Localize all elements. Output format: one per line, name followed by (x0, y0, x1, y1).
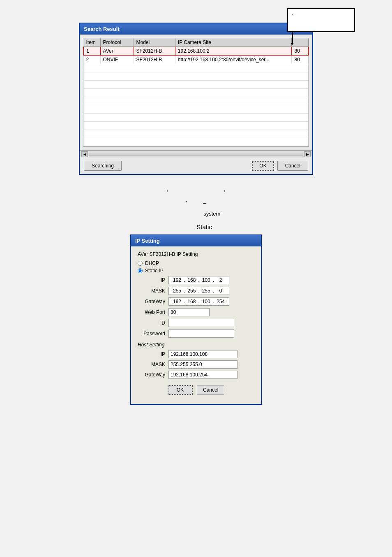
ip-setting-dialog: IP Setting AVer SF2012H-B IP Setting DHC… (130, 234, 262, 405)
col-item: Item (84, 38, 101, 47)
static-ip-radio-group[interactable]: Static IP (138, 268, 254, 274)
col-protocol: Protocol (100, 38, 134, 47)
table-row (84, 97, 309, 105)
row1-item: 1 (84, 47, 101, 56)
static-ip-radio[interactable] (138, 268, 143, 273)
ip-octet-3[interactable] (201, 277, 212, 283)
table-row (84, 130, 309, 138)
table-row (84, 138, 309, 146)
table-row (84, 64, 309, 72)
row1-protocol: AVer (100, 47, 134, 56)
middle-line2: ' – (0, 198, 392, 209)
mask-dot-2: . (198, 288, 199, 294)
table-row (84, 89, 309, 97)
row1-model: SF2012H-B (134, 47, 175, 56)
row2-port: 80 (292, 56, 309, 64)
ip-dot-2: . (198, 277, 199, 283)
row1-port: 80 (292, 47, 309, 56)
mask-octet-group[interactable]: . . . (168, 287, 229, 295)
table-row (84, 72, 309, 81)
scroll-track[interactable] (89, 153, 303, 156)
gateway-octet-group[interactable]: . . . (168, 297, 229, 306)
mask-dot-1: . (184, 288, 185, 294)
table-row (84, 114, 309, 122)
row1-ip: 192.168.100.2 (175, 47, 292, 56)
table-row (84, 122, 309, 130)
gateway-dot-2: . (198, 299, 199, 304)
callout-box: ' (287, 8, 355, 32)
ip-field-row: IP . . . (138, 276, 254, 284)
ip-device-label: AVer SF2012H-B IP Setting (138, 251, 254, 257)
table-row[interactable]: 2 ONVIF SF2012H-B http://192.168.100.2:8… (84, 56, 309, 64)
host-ip-label: IP (138, 351, 168, 357)
ip-dot-3: . (213, 277, 214, 283)
ip-label: IP (138, 277, 168, 283)
ip-setting-area: IP Setting AVer SF2012H-B IP Setting DHC… (0, 234, 392, 405)
ip-dialog-footer: OK Cancel (138, 381, 254, 399)
mask-label: MASK (138, 288, 168, 294)
password-input[interactable] (168, 330, 234, 338)
scroll-right-btn[interactable]: ▶ (304, 151, 311, 157)
middle-line3: system' (33, 209, 392, 219)
dhcp-radio[interactable] (138, 261, 143, 266)
scroll-left-btn[interactable]: ◀ (81, 151, 88, 157)
id-label: ID (138, 320, 168, 326)
ok-cancel-group: OK Cancel (252, 161, 308, 171)
mask-octet-2[interactable] (186, 288, 197, 294)
row2-item: 2 (84, 56, 101, 64)
gateway-octet-4[interactable] (215, 299, 226, 304)
ip-dialog-title: IP Setting (131, 235, 261, 246)
host-section-label: Host Setting (138, 342, 254, 348)
ip-octet-1[interactable] (171, 277, 183, 283)
gateway-octet-2[interactable] (186, 299, 197, 304)
callout-text: ' (288, 9, 354, 23)
gateway-label: GateWay (138, 299, 168, 304)
table-row (84, 105, 309, 114)
id-input[interactable] (168, 319, 234, 327)
host-gateway-row: GateWay (138, 371, 254, 379)
mask-octet-3[interactable] (201, 288, 212, 294)
middle-line1: ' ' (0, 187, 392, 198)
password-field-row: Password (138, 330, 254, 338)
search-result-dialog: Search Result Item Protocol Model IP Cam… (79, 23, 313, 175)
id-field-row: ID (138, 319, 254, 327)
gateway-octet-3[interactable] (201, 299, 212, 304)
webport-input[interactable] (168, 308, 210, 316)
static-label-area: Static (0, 223, 392, 230)
dhcp-label: DHCP (145, 260, 159, 266)
mask-dot-3: . (213, 288, 214, 294)
col-port (292, 38, 309, 47)
cancel-button[interactable]: Cancel (277, 161, 308, 171)
gateway-field-row: GateWay . . . (138, 297, 254, 306)
row2-protocol: ONVIF (100, 56, 134, 64)
horizontal-scrollbar[interactable]: ◀ ▶ (80, 150, 312, 158)
ip-cancel-button[interactable]: Cancel (197, 385, 224, 395)
dhcp-radio-group[interactable]: DHCP (138, 260, 254, 266)
host-mask-input[interactable] (168, 360, 238, 369)
mask-octet-1[interactable] (171, 288, 183, 294)
ip-octet-group[interactable]: . . . (168, 276, 229, 284)
ip-dot-1: . (184, 277, 185, 283)
ip-dialog-body: AVer SF2012H-B IP Setting DHCP Static IP… (131, 246, 261, 404)
gateway-dot-3: . (213, 299, 214, 304)
search-dialog-footer: Searching OK Cancel (80, 158, 312, 174)
webport-label: Web Port (138, 309, 168, 315)
searching-button[interactable]: Searching (84, 161, 122, 171)
col-ip-camera-site: IP Camera Site (175, 38, 292, 47)
search-results-table: Item Protocol Model IP Camera Site 1 AVe… (83, 38, 309, 146)
search-dialog-title: Search Result (80, 23, 312, 35)
table-row[interactable]: 1 AVer SF2012H-B 192.168.100.2 80 (84, 47, 309, 56)
middle-text-area: ' ' ' – system' (0, 187, 392, 219)
host-ip-input[interactable] (168, 350, 238, 358)
row2-ip: http://192.168.100.2:80/onvif/device_ser… (175, 56, 292, 64)
ok-button[interactable]: OK (252, 161, 274, 171)
ip-ok-button[interactable]: OK (168, 385, 193, 395)
mask-octet-4[interactable] (215, 288, 226, 294)
password-label: Password (138, 331, 168, 337)
ip-octet-2[interactable] (186, 277, 197, 283)
gateway-octet-1[interactable] (171, 299, 183, 304)
host-gateway-input[interactable] (168, 371, 238, 379)
table-row (84, 81, 309, 89)
host-ip-row: IP (138, 350, 254, 358)
ip-octet-4[interactable] (215, 277, 226, 283)
